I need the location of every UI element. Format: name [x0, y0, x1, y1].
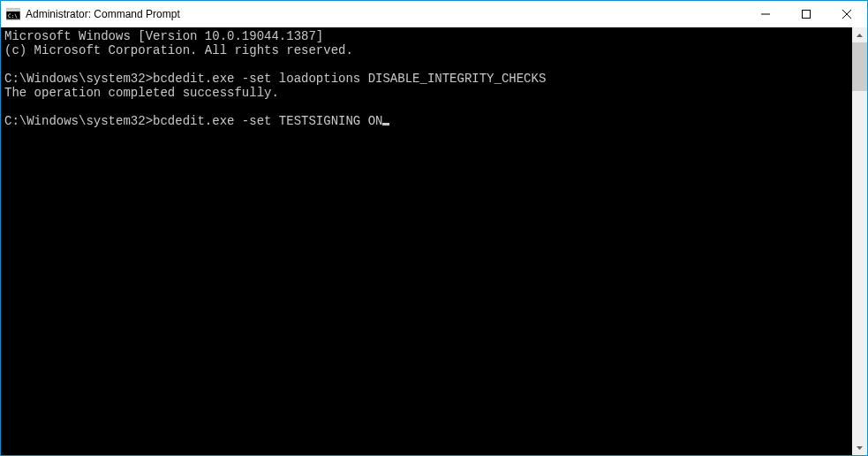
- terminal-output[interactable]: Microsoft Windows [Version 10.0.19044.13…: [1, 27, 852, 455]
- window-title: Administrator: Command Prompt: [26, 8, 180, 20]
- terminal-line: Microsoft Windows [Version 10.0.19044.13…: [4, 29, 852, 43]
- cmd-icon: C:\: [6, 7, 20, 21]
- svg-marker-7: [857, 34, 863, 37]
- terminal-line: C:\Windows\system32>bcdedit.exe -set loa…: [4, 72, 852, 86]
- terminal-line: [4, 57, 852, 72]
- window-controls: [745, 1, 867, 27]
- terminal-line: (c) Microsoft Corporation. All rights re…: [4, 43, 852, 57]
- scroll-thumb[interactable]: [852, 42, 867, 91]
- scroll-track[interactable]: [852, 42, 867, 440]
- svg-rect-4: [803, 11, 811, 19]
- scroll-down-arrow-icon[interactable]: [852, 440, 867, 455]
- maximize-button[interactable]: [786, 1, 826, 27]
- titlebar[interactable]: C:\ Administrator: Command Prompt: [1, 1, 867, 27]
- svg-marker-8: [857, 446, 863, 450]
- client-area: Microsoft Windows [Version 10.0.19044.13…: [1, 27, 867, 455]
- svg-text:C:\: C:\: [8, 12, 18, 19]
- close-button[interactable]: [826, 1, 867, 27]
- terminal-line: C:\Windows\system32>bcdedit.exe -set TES…: [4, 114, 852, 128]
- command-prompt-window: C:\ Administrator: Command Prompt Micros…: [0, 0, 868, 456]
- scroll-up-arrow-icon[interactable]: [852, 27, 867, 42]
- vertical-scrollbar[interactable]: [852, 27, 867, 455]
- terminal-cursor: [382, 123, 389, 125]
- terminal-line: [4, 100, 852, 114]
- svg-rect-1: [6, 9, 20, 11]
- terminal-line: The operation completed successfully.: [4, 86, 852, 100]
- minimize-button[interactable]: [745, 1, 786, 27]
